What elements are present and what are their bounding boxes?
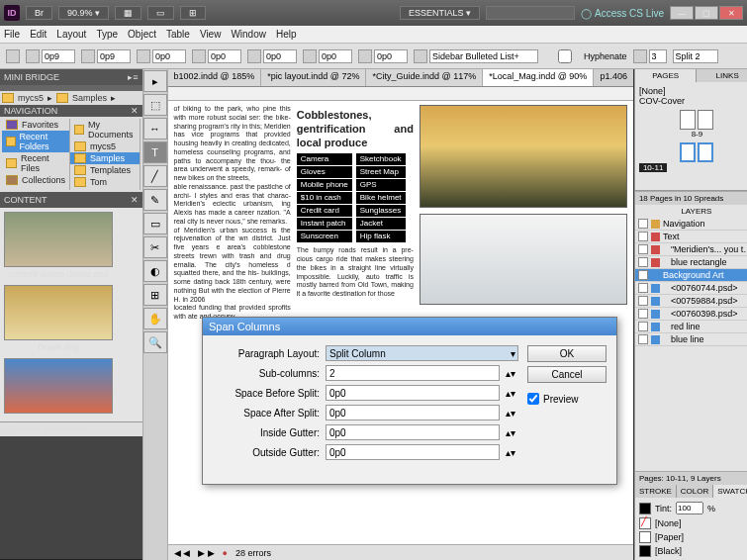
menu-table[interactable]: Table xyxy=(166,29,190,40)
thumb-item[interactable]: content aware delete.psd xyxy=(4,212,113,281)
maximize-button[interactable]: ▢ xyxy=(695,6,718,20)
layer-row[interactable]: <00759884.psd> xyxy=(635,295,747,308)
nav-close-icon[interactable]: ✕ xyxy=(131,106,139,116)
tab-doc[interactable]: b1002.indd @ 185% xyxy=(168,69,262,86)
tab-doc[interactable]: *City_Guide.indd @ 117% xyxy=(366,69,483,86)
columns-field[interactable] xyxy=(649,49,667,63)
menu-view[interactable]: View xyxy=(200,29,222,40)
indent-left-field[interactable] xyxy=(42,49,75,63)
menu-type[interactable]: Type xyxy=(96,29,118,40)
nav-recent-files[interactable]: Recent Files xyxy=(2,152,69,174)
page-nav[interactable]: ▶ ▶ xyxy=(198,548,215,558)
arrange-icon[interactable]: ⊞ xyxy=(180,6,206,20)
ok-button[interactable]: OK xyxy=(527,345,607,362)
selection-tool[interactable]: ▸ xyxy=(143,70,167,92)
rectangle-tool[interactable]: ▭ xyxy=(143,213,167,234)
zoom-dropdown[interactable]: 90.9% ▾ xyxy=(58,6,109,20)
panel-menu-icon[interactable]: ▸≡ xyxy=(128,72,138,82)
tab-layers[interactable]: LAYERS xyxy=(635,205,747,218)
menu-layout[interactable]: Layout xyxy=(56,29,86,40)
note-tool[interactable]: ⊞ xyxy=(143,284,167,306)
minimize-button[interactable]: — xyxy=(670,6,694,20)
folder-mycs5[interactable]: mycs5 xyxy=(70,140,140,152)
bridge-icon[interactable]: Br xyxy=(26,6,52,20)
space-after-field[interactable] xyxy=(263,49,297,63)
gradient-tool[interactable]: ◐ xyxy=(143,260,167,282)
master-cover[interactable]: COV-Cover xyxy=(639,96,747,106)
body-text[interactable]: The bumpy roads result in a pre- cious c… xyxy=(297,246,414,299)
cslive-label[interactable]: Access CS Live xyxy=(595,8,664,19)
preview-checkbox[interactable]: Preview xyxy=(527,393,607,405)
layer-row[interactable]: <00760398.psd> xyxy=(635,308,747,321)
list-item[interactable]: $10 in cash xyxy=(297,192,352,204)
list-item[interactable]: Street Map xyxy=(356,166,406,178)
page-thumb[interactable] xyxy=(680,110,696,130)
tab-doc[interactable]: *Local_Mag.indd @ 90% xyxy=(483,69,594,86)
body-text[interactable]: of biking to the park, who pine this wit… xyxy=(174,105,291,183)
stepper-icon[interactable]: ▴▾ xyxy=(506,368,515,379)
hand-tool[interactable]: ✋ xyxy=(143,308,167,329)
menu-window[interactable]: Window xyxy=(231,29,266,40)
list-item[interactable]: GPS xyxy=(356,179,406,191)
layer-row[interactable]: blue line xyxy=(635,333,747,346)
content-menu-icon[interactable]: ✕ xyxy=(131,195,139,205)
list-item[interactable]: Gloves xyxy=(297,166,352,178)
page-nav[interactable]: ◀ ◀ xyxy=(174,548,191,558)
dialog-field-4[interactable] xyxy=(326,424,500,440)
tab-links[interactable]: LINKS xyxy=(697,69,747,82)
paragraph-style-field[interactable] xyxy=(429,49,538,63)
visibility-icon[interactable] xyxy=(638,219,648,229)
layer-row[interactable]: Text xyxy=(635,231,747,243)
zoom-tool[interactable]: 🔍 xyxy=(143,331,167,353)
visibility-icon[interactable] xyxy=(638,283,648,293)
view-mode-icon[interactable]: ▦ xyxy=(115,6,141,20)
layer-row[interactable]: blue rectangle xyxy=(635,256,747,269)
tab-doc[interactable]: *pic layout.indd @ 72% xyxy=(261,69,366,86)
folder-tom[interactable]: Tom xyxy=(70,176,140,188)
line-tool[interactable]: ╱ xyxy=(143,165,167,187)
stepper-icon[interactable]: ▴▾ xyxy=(506,427,515,438)
fill-stroke-icon[interactable] xyxy=(639,503,651,514)
stepper-icon[interactable]: ▴▾ xyxy=(506,408,515,419)
folder-mydocs[interactable]: My Documents xyxy=(70,119,140,140)
list-item[interactable]: Bike helmet xyxy=(356,192,406,204)
cancel-button[interactable]: Cancel xyxy=(527,366,607,383)
dropcap-chars-field[interactable] xyxy=(374,49,408,63)
dropcap-lines-field[interactable] xyxy=(319,49,352,63)
list-item[interactable]: Credit card xyxy=(297,205,352,217)
list-item[interactable]: Sunscreen xyxy=(297,231,352,242)
dialog-field-0[interactable] xyxy=(326,345,518,361)
hyphenate-checkbox[interactable]: Hyphenate xyxy=(548,49,627,63)
breadcrumb[interactable]: mycs5 ▸ Samples ▸ xyxy=(0,91,142,105)
headline-text[interactable]: Cobblestones, gentrification and local p… xyxy=(297,109,414,149)
list-item[interactable]: Mobile phone xyxy=(297,179,352,191)
menu-object[interactable]: Object xyxy=(128,29,156,40)
visibility-icon[interactable] xyxy=(638,296,648,306)
cslive-icon[interactable]: ◯ xyxy=(581,8,592,19)
space-before-field[interactable] xyxy=(208,49,241,63)
visibility-icon[interactable] xyxy=(638,244,648,254)
visibility-icon[interactable] xyxy=(638,232,648,241)
stepper-icon[interactable]: ▴▾ xyxy=(506,447,515,458)
dialog-field-2[interactable] xyxy=(326,385,500,401)
dialog-field-5[interactable] xyxy=(326,444,500,460)
placed-image[interactable] xyxy=(420,105,627,208)
swatch-item[interactable]: ╱[None] xyxy=(637,516,747,530)
nav-favorites[interactable]: Favorites xyxy=(2,119,69,131)
swatch-item[interactable]: [Black] xyxy=(637,544,747,558)
list-item[interactable]: Instant patch xyxy=(297,218,352,230)
tab-swatches[interactable]: SWATCHES xyxy=(713,485,747,498)
scissors-tool[interactable]: ✂ xyxy=(143,236,167,258)
stepper-icon[interactable]: ▴▾ xyxy=(506,388,515,399)
nav-collections[interactable]: Collections xyxy=(2,174,69,186)
body-text[interactable]: of Meridien's urban success is the rejuv… xyxy=(174,227,291,305)
tab-stroke[interactable]: STROKE xyxy=(635,485,677,498)
layer-row[interactable]: red line xyxy=(635,321,747,333)
menu-file[interactable]: File xyxy=(4,29,20,40)
list-item[interactable]: Jacket xyxy=(356,218,406,230)
thumb-item[interactable] xyxy=(4,358,113,414)
menu-edit[interactable]: Edit xyxy=(30,29,47,40)
dialog-field-1[interactable] xyxy=(326,365,500,381)
layer-row[interactable]: <00760744.psd> xyxy=(635,282,747,295)
visibility-icon[interactable] xyxy=(638,334,648,344)
